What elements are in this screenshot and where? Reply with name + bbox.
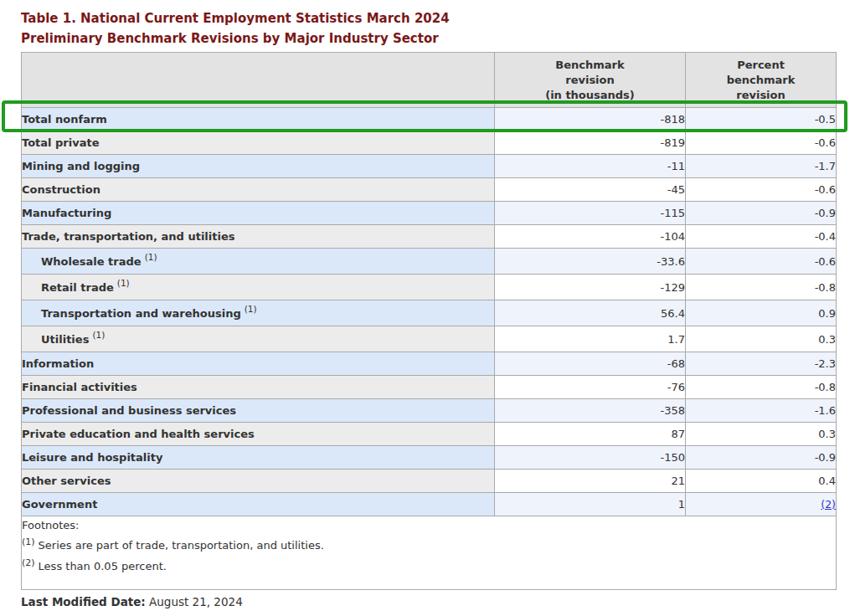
- percent-revision-cell: 0.9: [686, 300, 837, 326]
- percent-revision-cell: -1.7: [686, 155, 837, 178]
- last-modified: Last Modified Date: August 21, 2024: [21, 595, 243, 608]
- row-label: Professional and business services: [22, 399, 495, 423]
- percent-revision-cell: -0.6: [686, 178, 837, 202]
- row-label: Transportation and warehousing: [41, 307, 241, 320]
- table-row-wholesale-trade: Wholesale trade(1) -33.6 -0.6: [22, 249, 837, 275]
- table-row-total-nonfarm: Total nonfarm -818 -0.5: [22, 108, 837, 131]
- row-label: Mining and logging: [22, 155, 495, 178]
- page-title: Table 1. National Current Employment Sta…: [21, 8, 450, 49]
- benchmark-revision-cell: -150: [495, 446, 686, 470]
- industry-column-header: [22, 53, 495, 108]
- benchmark-revision-column-header: Benchmark revision (in thousands): [495, 53, 686, 108]
- footnote-1-marker: (1): [22, 536, 35, 547]
- percent-revision-cell: (2): [686, 493, 837, 516]
- table-row-construction: Construction -45 -0.6: [22, 178, 837, 202]
- row-label: Utilities: [41, 333, 89, 346]
- benchmark-revision-cell: 56.4: [495, 300, 686, 326]
- percent-revision-cell: -0.4: [686, 225, 837, 249]
- benchmark-revision-cell: -358: [495, 399, 686, 423]
- row-label: Trade, transportation, and utilities: [22, 225, 495, 249]
- footnote-2-text: Less than 0.05 percent.: [39, 560, 167, 572]
- benchmark-revision-cell: 1.7: [495, 326, 686, 352]
- row-label: Manufacturing: [22, 202, 495, 225]
- table-row-private-education-and-health-services: Private education and health services 87…: [22, 423, 837, 446]
- footnote-1-marker: (1): [145, 252, 157, 262]
- table-row-other-services: Other services 21 0.4: [22, 470, 837, 493]
- percent-revision-cell: -1.6: [686, 399, 837, 423]
- percent-revision-cell: -0.8: [686, 376, 837, 399]
- table-row-trade-transportation-utilities: Trade, transportation, and utilities -10…: [22, 225, 837, 249]
- row-label: Construction: [22, 178, 495, 202]
- percent-revision-cell: 0.3: [686, 326, 837, 352]
- table-row-total-private: Total private -819 -0.6: [22, 131, 837, 155]
- page-title-line-2: Preliminary Benchmark Revisions by Major…: [21, 28, 450, 49]
- row-label: Wholesale trade: [41, 255, 142, 268]
- benchmark-revision-cell: -129: [495, 275, 686, 300]
- row-label: Private education and health services: [22, 423, 495, 446]
- benchmark-revision-cell: -818: [495, 108, 686, 131]
- row-label: Other services: [22, 470, 495, 493]
- percent-revision-cell: -0.6: [686, 249, 837, 275]
- page: Table 1. National Current Employment Sta…: [0, 0, 855, 616]
- benchmark-revision-cell: 87: [495, 423, 686, 446]
- benchmark-revision-cell: -115: [495, 202, 686, 225]
- footnote-1-text: Series are part of trade, transportation…: [39, 539, 324, 552]
- table-row-transportation-and-warehousing: Transportation and warehousing(1) 56.4 0…: [22, 300, 837, 326]
- row-label: Information: [22, 352, 495, 376]
- footnote-2: (2)Less than 0.05 percent.: [22, 556, 836, 577]
- benchmark-revision-cell: -104: [495, 225, 686, 249]
- page-title-line-1: Table 1. National Current Employment Sta…: [21, 8, 450, 28]
- percent-revision-cell: -0.8: [686, 275, 837, 300]
- footnote-1: (1)Series are part of trade, transportat…: [22, 535, 836, 556]
- table-row-retail-trade: Retail trade(1) -129 -0.8: [22, 275, 837, 300]
- table-row-information: Information -68 -2.3: [22, 352, 837, 376]
- table-row-financial-activities: Financial activities -76 -0.8: [22, 376, 837, 399]
- footnote-2-marker: (2): [22, 557, 35, 568]
- footnotes-row: Footnotes: (1)Series are part of trade, …: [22, 516, 837, 590]
- footnotes-section: Footnotes: (1)Series are part of trade, …: [22, 516, 837, 590]
- row-label: Leisure and hospitality: [22, 446, 495, 470]
- table-row-mining-and-logging: Mining and logging -11 -1.7: [22, 155, 837, 178]
- benchmark-revision-cell: -819: [495, 131, 686, 155]
- footnote-1-marker: (1): [92, 330, 105, 340]
- benchmark-revision-cell: -68: [495, 352, 686, 376]
- table-row-government: Government 1 (2): [22, 493, 837, 516]
- percent-revision-cell: -0.6: [686, 131, 837, 155]
- footnote-1-marker: (1): [117, 278, 130, 288]
- benchmark-revision-cell: 1: [495, 493, 686, 516]
- percent-revision-cell: 0.4: [686, 470, 837, 493]
- last-modified-label: Last Modified Date:: [21, 595, 146, 608]
- percent-revision-cell: -0.9: [686, 446, 837, 470]
- row-label: Retail trade: [41, 281, 114, 294]
- table-row-utilities: Utilities(1) 1.7 0.3: [22, 326, 837, 352]
- percent-revision-cell: -0.9: [686, 202, 837, 225]
- row-label: Total nonfarm: [22, 108, 495, 131]
- percent-revision-column-header: Percent benchmark revision: [686, 53, 837, 108]
- benchmark-revision-cell: -45: [495, 178, 686, 202]
- percent-revision-cell: -2.3: [686, 352, 837, 376]
- row-label: Financial activities: [22, 376, 495, 399]
- row-label: Government: [22, 493, 495, 516]
- row-label: Total private: [22, 131, 495, 155]
- percent-revision-cell: -0.5: [686, 108, 837, 131]
- table-row-professional-and-business-services: Professional and business services -358 …: [22, 399, 837, 423]
- table-row-leisure-and-hospitality: Leisure and hospitality -150 -0.9: [22, 446, 837, 470]
- table-header: Benchmark revision (in thousands) Percen…: [22, 53, 837, 108]
- last-modified-value: August 21, 2024: [149, 595, 243, 608]
- benchmark-revision-cell: -11: [495, 155, 686, 178]
- benchmark-revision-cell: 21: [495, 470, 686, 493]
- table-header-row: Benchmark revision (in thousands) Percen…: [22, 53, 837, 108]
- benchmark-revision-cell: -76: [495, 376, 686, 399]
- benchmark-revisions-table: Benchmark revision (in thousands) Percen…: [21, 52, 837, 590]
- footnote-2-link[interactable]: (2): [821, 498, 836, 511]
- percent-revision-cell: 0.3: [686, 423, 837, 446]
- footnotes-heading: Footnotes:: [22, 516, 836, 535]
- table-row-manufacturing: Manufacturing -115 -0.9: [22, 202, 837, 225]
- footnote-1-marker: (1): [245, 304, 257, 314]
- benchmark-revision-cell: -33.6: [495, 249, 686, 275]
